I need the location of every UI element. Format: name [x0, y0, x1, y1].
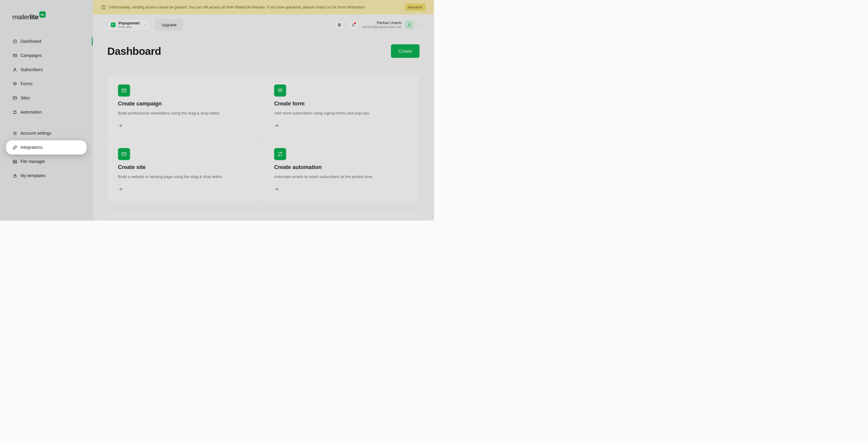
card-create-form[interactable]: Create formAdd more subscribers using si…: [264, 74, 420, 138]
quick-create-grid: Create campaignBuild professional newsle…: [107, 74, 420, 202]
card-create-campaign[interactable]: Create campaignBuild professional newsle…: [107, 74, 264, 138]
avatar-icon: [407, 23, 412, 27]
page-title: Dashboard: [107, 45, 161, 57]
workspace-name: Popupsmart: [119, 21, 140, 25]
user-icon: [13, 67, 17, 72]
brand-mark-icon: [39, 11, 46, 18]
image-icon: [13, 159, 17, 164]
brand-word: mailerlite: [12, 13, 38, 21]
sidebar-item-label: My templates: [21, 174, 45, 178]
chevron-down-icon: ⌄: [417, 23, 420, 27]
user-menu[interactable]: Perihan Uramis perihan@popupsmart.com ⌄: [363, 20, 420, 29]
sidebar-item-label: Integrations: [21, 145, 42, 150]
sidebar-item-account-settings[interactable]: Account settings: [6, 126, 87, 140]
sidebar-item-label: Campaigns: [21, 53, 42, 58]
sidebar-item-label: File manager: [21, 159, 45, 164]
chevron-down-icon: ⌄: [144, 23, 147, 27]
card-title: Create form: [274, 100, 409, 107]
sites-icon: [118, 148, 130, 160]
mail-icon: [13, 53, 17, 58]
sidebar-item-integrations[interactable]: Integrations: [6, 140, 87, 155]
notification-dot-icon: [354, 22, 356, 24]
card-create-site[interactable]: Create siteBuild a website or landing pa…: [107, 138, 264, 201]
upgrade-button[interactable]: Upgrade: [155, 19, 183, 31]
user-name: Perihan Uramis: [363, 21, 402, 25]
card-create-automation[interactable]: Create automationAutomate emails to reac…: [264, 138, 420, 201]
create-button[interactable]: Create: [391, 44, 420, 58]
link-icon: [13, 145, 17, 150]
sites-icon: [13, 96, 17, 100]
workspace-flag-icon: [111, 22, 116, 27]
app-switcher-button[interactable]: [335, 20, 344, 29]
card-desc: Add more subscribers using signup forms …: [274, 111, 409, 115]
arrow-right-icon: [274, 124, 409, 128]
layers-icon: [274, 84, 286, 96]
sidebar-item-campaigns[interactable]: Campaigns: [6, 49, 87, 63]
brand-logo[interactable]: mailerlite: [12, 13, 87, 21]
card-desc: Automate emails to reach subscribers at …: [274, 174, 409, 179]
arrow-right-icon: [274, 187, 409, 192]
arrow-right-icon: [118, 187, 253, 192]
refresh-icon: [274, 148, 286, 160]
sidebar-nav-primary: DashboardCampaignsSubscribersFormsSitesA…: [6, 34, 87, 119]
warning-text: Unfortunately, sending access cannot be …: [108, 5, 366, 9]
sidebar-nav-secondary: Account settingsIntegrationsFile manager…: [6, 126, 87, 183]
workspace-plan: Free plan: [119, 25, 140, 29]
sidebar-item-label: Subscribers: [21, 67, 43, 72]
sidebar-item-dashboard[interactable]: Dashboard: [6, 34, 87, 49]
sidebar-item-label: Automation: [21, 110, 42, 115]
grid-icon: [338, 23, 341, 27]
workspace-switcher[interactable]: Popupsmart Free plan ⌄: [107, 19, 150, 31]
card-desc: Build a website or landing page using th…: [118, 174, 253, 179]
main: ! Unfortunately, sending access cannot b…: [93, 0, 434, 220]
topbar: Popupsmart Free plan ⌄ Upgrade Peri: [93, 14, 434, 38]
card-title: Create site: [118, 164, 253, 170]
sidebar-item-sites[interactable]: Sites: [6, 91, 87, 105]
sidebar-item-file-manager[interactable]: File manager: [6, 155, 87, 169]
arrow-right-icon: [118, 124, 253, 128]
sidebar-item-my-templates[interactable]: My templates: [6, 169, 87, 183]
layers-icon: [13, 82, 17, 86]
avatar: [405, 20, 414, 29]
sidebar-item-label: Sites: [21, 96, 30, 101]
card-desc: Build professional newsletters using the…: [118, 111, 253, 115]
refresh-icon: [13, 110, 17, 115]
clock-icon: [13, 39, 17, 44]
next-section-peek: [107, 215, 420, 218]
sidebar-item-label: Forms: [21, 82, 33, 87]
warning-banner: ! Unfortunately, sending access cannot b…: [93, 0, 434, 14]
card-title: Create campaign: [118, 100, 253, 107]
notifications-button[interactable]: [349, 20, 358, 29]
lock-icon: [13, 174, 17, 178]
sidebar-item-label: Dashboard: [21, 39, 41, 44]
sidebar: mailerlite DashboardCampaignsSubscribers…: [0, 0, 93, 220]
resubmit-button[interactable]: Resubmit: [405, 4, 426, 11]
mail-icon: [118, 84, 130, 96]
card-title: Create automation: [274, 164, 409, 170]
sidebar-item-automation[interactable]: Automation: [6, 105, 87, 119]
user-email: perihan@popupsmart.com: [363, 25, 402, 29]
sidebar-item-forms[interactable]: Forms: [6, 77, 87, 91]
gear-icon: [13, 131, 17, 135]
sidebar-item-label: Account settings: [21, 131, 52, 136]
sidebar-item-subscribers[interactable]: Subscribers: [6, 63, 87, 77]
warning-icon: !: [101, 5, 106, 10]
